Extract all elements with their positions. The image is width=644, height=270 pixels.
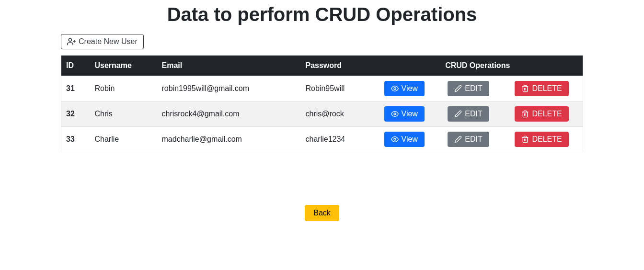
view-label: View (402, 84, 418, 93)
cell-id: 31 (61, 76, 90, 101)
edit-button[interactable]: EDIT (448, 106, 489, 122)
cell-username: Chris (90, 101, 157, 127)
svg-point-0 (69, 38, 71, 41)
trash-icon (521, 110, 529, 118)
cell-username: Charlie (90, 127, 157, 152)
delete-button[interactable]: DELETE (515, 132, 568, 147)
cell-id: 33 (61, 127, 90, 152)
users-table: ID Username Email Password CRUD Operatio… (61, 55, 583, 152)
trash-icon (521, 135, 529, 143)
view-button[interactable]: View (384, 106, 425, 122)
cell-email: madcharlie@gmail.com (157, 127, 301, 152)
page-title: Data to perform CRUD Operations (61, 4, 583, 25)
view-button[interactable]: View (384, 132, 425, 147)
cell-email: chrisrock4@gmail.com (157, 101, 301, 127)
edit-label: EDIT (465, 110, 482, 118)
view-button[interactable]: View (384, 81, 425, 96)
edit-button[interactable]: EDIT (448, 81, 489, 96)
back-button[interactable]: Back (305, 205, 339, 221)
svg-point-9 (394, 138, 396, 140)
view-label: View (402, 110, 418, 118)
cell-email: robin1995will@gmail.com (157, 76, 301, 101)
cell-password: Robin95will (301, 76, 373, 101)
svg-point-6 (394, 113, 396, 115)
eye-icon (391, 110, 399, 118)
table-row: 31Robinrobin1995will@gmail.comRobin95wil… (61, 76, 583, 101)
view-label: View (402, 135, 418, 144)
pencil-icon (454, 110, 462, 118)
delete-label: DELETE (532, 84, 562, 93)
edit-label: EDIT (465, 135, 482, 144)
user-plus-icon (67, 37, 76, 46)
eye-icon (391, 85, 399, 92)
eye-icon (391, 135, 399, 143)
trash-icon (521, 85, 529, 92)
col-crud: CRUD Operations (373, 56, 583, 76)
cell-password: charlie1234 (301, 127, 373, 152)
delete-label: DELETE (532, 110, 562, 118)
table-row: 33Charliemadcharlie@gmail.comcharlie1234… (61, 127, 583, 152)
pencil-icon (454, 135, 462, 143)
cell-id: 32 (61, 101, 90, 127)
delete-button[interactable]: DELETE (515, 81, 568, 96)
col-id: ID (61, 56, 90, 76)
cell-password: chris@rock (301, 101, 373, 127)
pencil-icon (454, 85, 462, 92)
edit-label: EDIT (465, 84, 482, 93)
table-row: 32Chrischrisrock4@gmail.comchris@rockVie… (61, 101, 583, 127)
create-new-user-button[interactable]: Create New User (61, 34, 144, 49)
svg-point-3 (394, 88, 396, 90)
edit-button[interactable]: EDIT (448, 132, 489, 147)
col-username: Username (90, 56, 157, 76)
delete-label: DELETE (532, 135, 562, 144)
col-password: Password (301, 56, 373, 76)
cell-username: Robin (90, 76, 157, 101)
create-button-label: Create New User (79, 37, 138, 46)
col-email: Email (157, 56, 301, 76)
delete-button[interactable]: DELETE (515, 106, 568, 122)
